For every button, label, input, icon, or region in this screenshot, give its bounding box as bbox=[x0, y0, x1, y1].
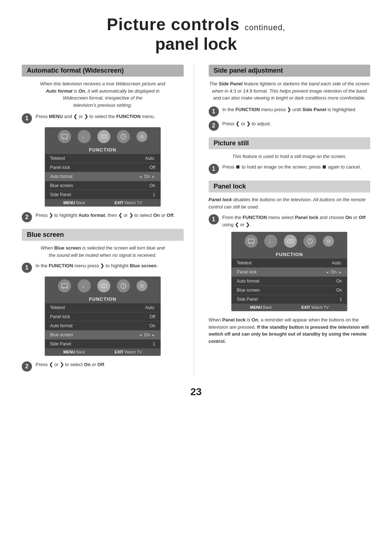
blue-screen-step1: 1 In the FUNCTION menu press ❯ to highli… bbox=[22, 262, 184, 273]
svg-line-21 bbox=[123, 286, 124, 287]
picture-still-intro: This feature is used to hold a still ima… bbox=[209, 153, 371, 160]
panel-lock-outro: When Panel lock is On, a reminder will a… bbox=[209, 316, 371, 345]
menu-icon-tv-3 bbox=[245, 235, 258, 248]
menu-row-autoformat-2: Auto format On bbox=[45, 321, 160, 331]
menu-title-3: FUNCTION bbox=[232, 250, 347, 259]
step-number-1: 1 bbox=[22, 113, 32, 123]
picture-still-header: Picture still bbox=[209, 137, 371, 149]
section-auto-format: Automatic format (Widescreen) When this … bbox=[22, 65, 184, 222]
menu-icon-settings-3 bbox=[284, 235, 297, 248]
menu-row-autoformat-1: Auto format ◄ On ► bbox=[45, 172, 160, 181]
svg-rect-16 bbox=[101, 284, 107, 288]
menu-row-bluescreen-3: Blue screen On bbox=[232, 286, 347, 295]
svg-text:♩: ♩ bbox=[82, 283, 84, 289]
menu-row-sidepanel-2: Side Panel 1 bbox=[45, 340, 160, 348]
menu-rows-2: Teletext Auto. Panel lock Off Auto forma… bbox=[45, 303, 160, 348]
continued-label: continued, bbox=[245, 23, 285, 32]
right-column: Side panel adjustment The Side Panel fea… bbox=[205, 65, 371, 348]
step-number-ps1: 1 bbox=[209, 164, 219, 174]
menu-icon-clock-2 bbox=[117, 279, 130, 292]
side-panel-step1: 1 In the FUNCTION menu press ❯ until Sid… bbox=[209, 106, 371, 117]
menu-row-teletext-1: Teletext Auto. bbox=[45, 154, 160, 163]
svg-point-23 bbox=[140, 284, 144, 288]
panel-lock-header: Panel lock bbox=[209, 181, 371, 192]
menu-title-2: FUNCTION bbox=[45, 295, 160, 303]
menu-icon-clock-3 bbox=[303, 235, 317, 248]
section-picture-still: Picture still This feature is used to ho… bbox=[209, 137, 371, 174]
step-number-bs2: 2 bbox=[22, 361, 32, 372]
section-panel-lock: Panel lock Panel lock disables the butto… bbox=[209, 181, 371, 345]
menu-row-sidepanel-3: Side Panel 1 bbox=[232, 295, 347, 304]
page-number: 23 bbox=[22, 386, 370, 398]
menu-icons-row-1: ♩ bbox=[45, 127, 160, 146]
content-columns: Automatic format (Widescreen) When this … bbox=[22, 65, 370, 375]
auto-format-step1: 1 Press MENU and ❮ or ❯ to select the FU… bbox=[22, 113, 184, 123]
svg-rect-0 bbox=[62, 134, 68, 138]
menu-row-panellock-3: Panel lock ◄ On ► bbox=[232, 268, 347, 277]
menu-icon-tv-2 bbox=[58, 279, 71, 292]
step-bs1-text: In the FUNCTION menu press ❯ to highligh… bbox=[36, 262, 158, 269]
menu-row-teletext-3: Teletext Auto. bbox=[232, 259, 347, 268]
step-sp1-text: In the FUNCTION menu press ❯ until Side … bbox=[222, 106, 356, 113]
side-panel-step2: 2 Press ❮ or ❯ to adjust. bbox=[209, 120, 371, 131]
step-number-bs1: 1 bbox=[22, 263, 32, 273]
menu-row-teletext-2: Teletext Auto. bbox=[45, 303, 160, 312]
function-menu-2: ♩ FUNCTION bbox=[45, 276, 161, 356]
step-number-sp1: 1 bbox=[209, 106, 219, 117]
menu-icon-music: ♩ bbox=[78, 130, 91, 143]
menu-row-bluescreen-2: Blue screen ◄ On ► bbox=[45, 331, 160, 340]
section-side-panel: Side panel adjustment The Side Panel fea… bbox=[209, 65, 371, 131]
main-title: Picture controls continued, bbox=[22, 15, 370, 34]
step-number-sp2: 2 bbox=[209, 121, 219, 131]
svg-text:♩: ♩ bbox=[82, 134, 84, 139]
svg-line-9 bbox=[123, 137, 124, 137]
step-sp2-text: Press ❮ or ❯ to adjust. bbox=[222, 120, 271, 127]
menu-icon-music-2: ♩ bbox=[78, 279, 91, 292]
auto-format-intro: When this television receives a true Wid… bbox=[22, 80, 184, 109]
menu-icon-clock bbox=[117, 130, 130, 143]
svg-point-22 bbox=[141, 285, 143, 287]
svg-rect-12 bbox=[62, 284, 68, 288]
menu-icon-gear bbox=[136, 131, 147, 142]
svg-rect-4 bbox=[101, 135, 107, 138]
picture-still-step1: 1 Press ⏹ to hold an image on the screen… bbox=[209, 163, 371, 174]
function-menu-3: ♩ FUNCTION bbox=[231, 232, 347, 311]
menu-icon-music-3: ♩ bbox=[264, 235, 277, 248]
page-title-block: Picture controls continued, panel lock bbox=[22, 15, 370, 54]
auto-format-step2: 2 Press ❯ to highlight Auto format, then… bbox=[22, 212, 184, 222]
menu-bottom-1: MENU Back EXIT Watch TV bbox=[45, 199, 160, 206]
side-panel-intro: The Side Panel feature lightens or darke… bbox=[209, 80, 371, 102]
blue-screen-intro: When Blue screen is selected the screen … bbox=[22, 244, 184, 259]
svg-rect-24 bbox=[248, 239, 254, 243]
left-column: Automatic format (Widescreen) When this … bbox=[22, 65, 194, 375]
step-number-pl1: 1 bbox=[209, 214, 219, 224]
step-bs2-text: Press ❮ or ❯ to select On or Off. bbox=[36, 361, 106, 368]
menu-icon-settings bbox=[97, 130, 110, 143]
svg-rect-28 bbox=[287, 239, 293, 243]
menu-icon-settings-2 bbox=[97, 279, 110, 292]
svg-text:♩: ♩ bbox=[269, 239, 271, 244]
menu-icons-row-3: ♩ bbox=[232, 232, 347, 250]
menu-bottom-2: MENU Back EXIT Watch TV bbox=[45, 348, 160, 356]
blue-screen-header: Blue screen bbox=[22, 229, 184, 241]
svg-line-33 bbox=[310, 241, 311, 242]
function-menu-1: ♩ FUNCTION bbox=[45, 127, 161, 207]
step1-text: Press MENU and ❮ or ❯ to select the FUNC… bbox=[36, 113, 155, 120]
menu-icon-gear-2 bbox=[136, 280, 147, 291]
menu-icon-tv bbox=[58, 130, 71, 143]
menu-rows-3: Teletext Auto. Panel lock ◄ On ► bbox=[232, 259, 347, 304]
svg-point-11 bbox=[140, 135, 144, 139]
menu-title-1: FUNCTION bbox=[45, 146, 160, 154]
menu-icon-gear-3 bbox=[323, 236, 334, 247]
svg-point-10 bbox=[141, 135, 143, 138]
menu-row-autoformat-3: Auto format On bbox=[232, 277, 347, 286]
page: Picture controls continued, panel lock A… bbox=[0, 0, 392, 535]
menu-row-sidepanel-1: Side Panel 1 bbox=[45, 190, 160, 199]
step2a-text: Press ❯ to highlight Auto format, then ❮… bbox=[36, 212, 175, 219]
svg-point-34 bbox=[327, 240, 330, 242]
menu-icons-row-2: ♩ bbox=[45, 277, 160, 295]
menu-row-panellock-1: Panel lock Off bbox=[45, 163, 160, 172]
step-number-2a: 2 bbox=[22, 212, 32, 222]
blue-screen-step2: 2 Press ❮ or ❯ to select On or Off. bbox=[22, 361, 184, 372]
step-ps1-text: Press ⏹ to hold an image on the screen, … bbox=[222, 163, 361, 171]
